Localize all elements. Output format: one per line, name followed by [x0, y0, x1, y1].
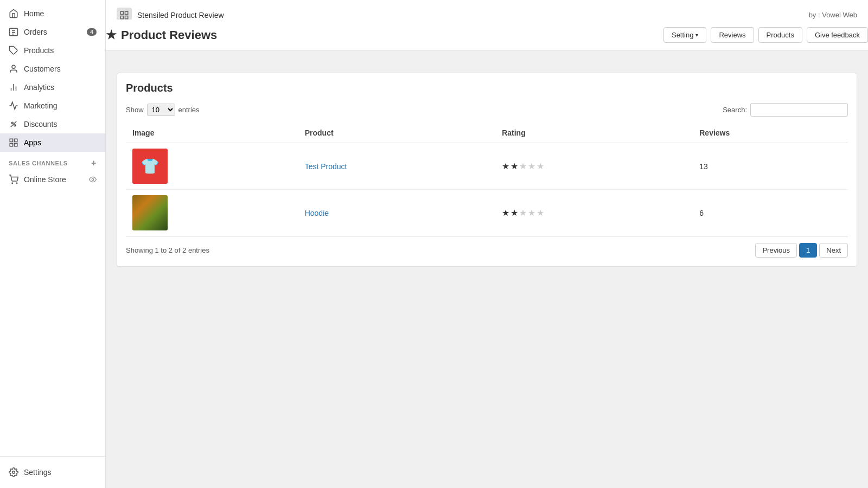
online-store-eye-icon[interactable] [89, 176, 97, 183]
sidebar-item-settings[interactable]: Settings [9, 463, 97, 481]
page-1-button[interactable]: 1 [799, 243, 817, 258]
star-filled: ★ [502, 208, 509, 218]
svg-rect-21 [125, 11, 128, 14]
col-image: Image [126, 123, 298, 143]
previous-button[interactable]: Previous [755, 243, 797, 258]
svg-rect-23 [125, 16, 128, 18]
sidebar-item-marketing-label: Marketing [24, 101, 57, 110]
reviews-count: 13 [699, 162, 708, 171]
showing-text: Showing 1 to 2 of 2 entries [126, 246, 209, 254]
table-head: Image Product Rating Reviews [126, 123, 848, 143]
pagination: Previous 1 Next [755, 243, 848, 258]
sidebar-item-orders[interactable]: Orders 4 [0, 23, 105, 41]
svg-point-10 [14, 125, 16, 126]
rating-cell: ★★★★★ [495, 143, 693, 190]
product-name-cell: Test Product [298, 143, 495, 190]
hoodie-image [132, 195, 168, 230]
entries-select[interactable]: 10 25 50 100 [147, 104, 175, 116]
marketing-icon [9, 101, 18, 111]
sidebar-item-customers[interactable]: Customers [0, 60, 105, 78]
product-image-cell: 👕 [126, 143, 298, 190]
product-link[interactable]: Hoodie [305, 209, 329, 217]
reviews-count-cell: 6 [693, 190, 848, 236]
settings-label: Settings [24, 468, 52, 477]
orders-badge: 4 [87, 28, 97, 36]
star-filled: ★ [510, 208, 518, 218]
setting-button[interactable]: Setting [663, 27, 706, 43]
card-title: Products [126, 82, 848, 94]
svg-point-17 [16, 183, 17, 184]
search-label: Search: [723, 106, 747, 114]
products-card: Products Show 10 25 50 100 entries Searc… [117, 73, 857, 267]
star-empty: ★ [537, 208, 544, 218]
give-feedback-button[interactable]: Give feedback [807, 27, 868, 43]
content-area: Products Show 10 25 50 100 entries Searc… [106, 62, 868, 488]
page-title: ★ Product Reviews [106, 28, 217, 42]
show-label: Show [126, 106, 144, 114]
add-sales-channel-icon[interactable]: + [91, 158, 97, 168]
topbar-right: by : Vowel Web [809, 11, 857, 19]
product-image-cell [126, 190, 298, 236]
svg-point-19 [12, 471, 15, 474]
customers-icon [9, 64, 18, 74]
sidebar-item-home-label: Home [24, 9, 44, 18]
table-footer: Showing 1 to 2 of 2 entries Previous 1 N… [126, 243, 848, 258]
star-empty: ★ [528, 161, 535, 171]
topbar-by-label: by : Vowel Web [809, 11, 857, 19]
sidebar-item-apps-label: Apps [24, 138, 41, 147]
rating-cell: ★★★★★ [495, 190, 693, 236]
sidebar-item-discounts[interactable]: Discounts [0, 115, 105, 133]
main-area: Stensiled Product Review by : Vowel Web … [106, 0, 868, 488]
sidebar-item-products-label: Products [24, 46, 54, 55]
star-empty: ★ [519, 161, 527, 171]
svg-rect-14 [10, 144, 12, 146]
page-header: ★ Product Reviews Setting Reviews Produc… [106, 20, 868, 51]
analytics-icon [9, 82, 18, 92]
svg-point-16 [12, 183, 13, 184]
sidebar-item-analytics-label: Analytics [24, 83, 54, 92]
sidebar-item-customers-label: Customers [24, 65, 61, 73]
search-input[interactable] [750, 103, 848, 117]
col-reviews: Reviews [693, 123, 848, 143]
svg-rect-13 [15, 139, 17, 142]
sidebar: Home Orders 4 Products [0, 0, 106, 488]
sidebar-item-orders-label: Orders [24, 28, 47, 36]
svg-rect-20 [120, 11, 123, 14]
product-link[interactable]: Test Product [305, 162, 347, 171]
entries-label: entries [178, 106, 200, 114]
home-icon [9, 9, 18, 18]
next-button[interactable]: Next [819, 243, 848, 258]
sidebar-item-apps[interactable]: Apps [0, 133, 105, 152]
online-store-label: Online Store [24, 175, 66, 184]
discounts-icon [9, 119, 18, 129]
star-filled: ★ [502, 161, 509, 171]
star-filled: ★ [510, 161, 518, 171]
table-row: Hoodie★★★★★6 [126, 190, 848, 236]
svg-point-5 [12, 65, 15, 68]
orders-icon [9, 27, 18, 37]
topbar-app-name: Stensiled Product Review [137, 11, 224, 20]
star-empty: ★ [537, 161, 544, 171]
sidebar-item-products[interactable]: Products [0, 41, 105, 60]
reviews-button[interactable]: Reviews [711, 27, 754, 43]
star-rating: ★★★★★ [502, 208, 686, 218]
sales-channels-section: SALES CHANNELS + [0, 152, 105, 170]
product-name-cell: Hoodie [298, 190, 495, 236]
header-actions: Setting Reviews Products Give feedback [663, 27, 868, 43]
sidebar-item-home[interactable]: Home [0, 4, 105, 23]
sidebar-item-online-store[interactable]: Online Store [0, 170, 105, 189]
sidebar-item-discounts-label: Discounts [24, 120, 57, 129]
products-nav-button[interactable]: Products [758, 27, 802, 43]
svg-rect-12 [10, 139, 12, 142]
page-title-text: Product Reviews [121, 28, 217, 42]
reviews-count: 6 [699, 209, 704, 217]
show-entries-control: Show 10 25 50 100 entries [126, 104, 200, 116]
sidebar-item-analytics[interactable]: Analytics [0, 78, 105, 97]
table-row: 👕Test Product★★★★★13 [126, 143, 848, 190]
sidebar-item-marketing[interactable]: Marketing [0, 97, 105, 115]
svg-rect-15 [15, 144, 17, 146]
svg-point-9 [11, 122, 13, 124]
table-body: 👕Test Product★★★★★13Hoodie★★★★★6 [126, 143, 848, 236]
star-empty: ★ [519, 208, 527, 218]
online-store-icon [9, 175, 18, 184]
